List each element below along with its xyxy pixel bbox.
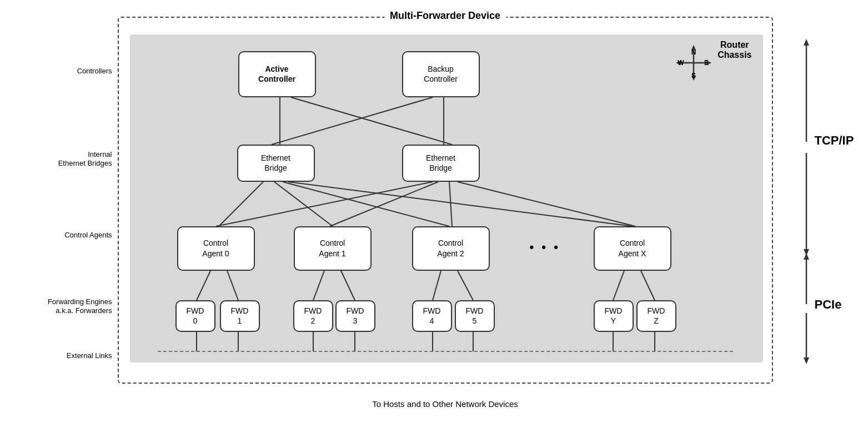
main-title: Multi-Forwarder Device bbox=[384, 10, 506, 22]
label-forwarding-engines: Forwarding Enginesa.k.a. Forwarders bbox=[46, 297, 112, 316]
svg-text:E: E bbox=[704, 59, 708, 67]
control-agent-2-box: ControlAgent 2 bbox=[412, 226, 490, 271]
svg-marker-40 bbox=[804, 39, 809, 46]
pcie-bracket: PCIe bbox=[784, 253, 829, 364]
bottom-label: To Hosts and to Other Network Devices bbox=[118, 399, 773, 409]
control-agent-0-box: ControlAgent 0 bbox=[177, 226, 255, 271]
label-control-agents: Control Agents bbox=[46, 231, 112, 240]
svg-marker-44 bbox=[804, 253, 809, 260]
svg-text:N: N bbox=[691, 48, 696, 56]
svg-line-19 bbox=[330, 182, 438, 226]
left-labels: Controllers InternalEthernet Bridges Con… bbox=[46, 11, 117, 378]
label-controllers: Controllers bbox=[46, 67, 112, 76]
svg-line-25 bbox=[341, 271, 355, 300]
compass: N S E W bbox=[674, 43, 713, 82]
tcpip-bracket: TCP/IP bbox=[784, 39, 829, 256]
svg-line-23 bbox=[227, 271, 238, 300]
fwdz-box: FWDZ bbox=[636, 300, 676, 332]
svg-text:S: S bbox=[691, 72, 695, 80]
fwd5-box: FWD5 bbox=[455, 300, 495, 332]
svg-line-21 bbox=[458, 182, 635, 226]
svg-line-13 bbox=[272, 97, 433, 145]
svg-line-28 bbox=[613, 271, 624, 300]
control-agent-x-box: ControlAgent X bbox=[594, 226, 671, 271]
ethernet-bridge-1-box: EthernetBridge bbox=[237, 145, 315, 182]
pcie-label: PCIe bbox=[815, 297, 842, 312]
svg-line-14 bbox=[219, 182, 263, 226]
svg-line-24 bbox=[313, 271, 324, 300]
fwd3-box: FWD3 bbox=[335, 300, 375, 332]
svg-line-27 bbox=[458, 271, 473, 300]
fwd4-box: FWD4 bbox=[412, 300, 452, 332]
tcpip-label: TCP/IP bbox=[815, 133, 854, 148]
svg-line-17 bbox=[288, 182, 633, 226]
main-dashed-box: Multi-Forwarder Device RouterChassis N bbox=[118, 17, 773, 384]
svg-line-18 bbox=[216, 182, 433, 226]
svg-line-26 bbox=[433, 271, 441, 300]
fwdy-box: FWDY bbox=[594, 300, 634, 332]
control-agent-1-box: ControlAgent 1 bbox=[294, 226, 372, 271]
svg-line-15 bbox=[274, 182, 333, 226]
svg-line-16 bbox=[283, 182, 449, 226]
chassis-area: RouterChassis N S E W bbox=[130, 34, 763, 363]
dots: • • • bbox=[530, 240, 560, 255]
svg-line-29 bbox=[641, 271, 655, 300]
backup-controller-box: BackupController bbox=[402, 51, 480, 97]
ethernet-bridge-2-box: EthernetBridge bbox=[402, 145, 480, 182]
svg-line-20 bbox=[449, 182, 452, 226]
label-internal-bridges: InternalEthernet Bridges bbox=[46, 150, 112, 169]
label-external-links: External Links bbox=[46, 351, 112, 361]
fwd0-box: FWD0 bbox=[175, 300, 215, 332]
fwd1-box: FWD1 bbox=[220, 300, 260, 332]
svg-marker-46 bbox=[804, 358, 809, 364]
chassis-label: RouterChassis bbox=[718, 40, 751, 60]
active-controller-box: ActiveController bbox=[238, 51, 316, 97]
svg-line-22 bbox=[197, 271, 210, 300]
outer-container: Controllers InternalEthernet Bridges Con… bbox=[46, 11, 823, 411]
svg-text:W: W bbox=[678, 59, 684, 67]
fwd2-box: FWD2 bbox=[293, 300, 333, 332]
svg-line-11 bbox=[291, 97, 452, 145]
